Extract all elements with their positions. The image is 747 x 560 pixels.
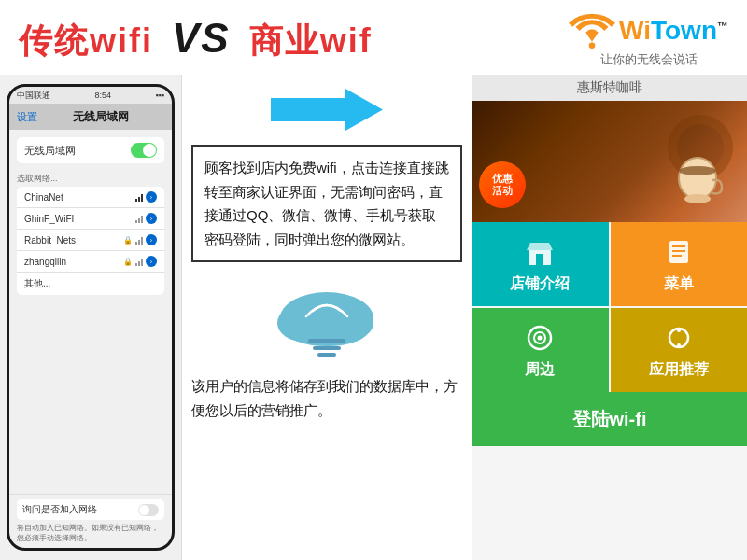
logo-subtitle: 让你的无线会说话 — [600, 51, 698, 68]
lock-icon: 🔒 — [123, 258, 133, 266]
svg-rect-15 — [536, 254, 543, 265]
cloud-section: 该用户的信息将储存到我们的数据库中，方便您以后的营销推广。 — [191, 281, 462, 422]
signal-icon — [135, 257, 143, 266]
network-right: › — [135, 191, 157, 203]
ask-join-toggle[interactable] — [138, 504, 159, 516]
apps-icon — [662, 321, 696, 355]
phone-bottom-bar: 询问是否加入网络 将自动加入已知网络。如果没有已知网络，您必须手动选择网络。 — [9, 494, 172, 548]
svg-point-25 — [677, 343, 681, 347]
network-section-label: 选取网络... — [17, 169, 164, 187]
svg-point-0 — [589, 42, 596, 49]
arrow-icon: › — [146, 191, 157, 203]
menu-icon — [662, 235, 696, 269]
grid-cell-shop[interactable]: 店铺介绍 — [472, 222, 609, 306]
login-wifi-button[interactable]: 登陆wi-fi — [472, 392, 747, 446]
svg-point-13 — [679, 166, 716, 175]
svg-rect-7 — [313, 346, 341, 350]
svg-point-11 — [679, 158, 716, 199]
store-header: 惠斯特咖啡 — [472, 75, 747, 101]
arrow-icon: › — [146, 234, 157, 245]
footer-text: 将自动加入已知网络。如果没有已知网络，您必须手动选择网络。 — [17, 524, 164, 543]
network-name: ChinaNet — [24, 192, 63, 203]
logo-area: WiTown™ 让你的无线会说话 — [569, 12, 728, 68]
grid-label-menu: 菜单 — [664, 274, 694, 294]
cloud-icon — [266, 281, 388, 365]
network-right: 🔒 › — [123, 234, 157, 245]
signal-icon — [135, 192, 143, 202]
store-grid: 店铺介绍 菜单 — [472, 222, 747, 392]
svg-rect-19 — [672, 255, 682, 257]
cloud-text-content: 该用户的信息将储存到我们的数据库中，方便您以后的营销推广。 — [191, 374, 462, 422]
ask-join-label: 询问是否加入网络 — [22, 503, 97, 516]
phone-section: 中国联通 8:54 ▪▪▪ 设置 无线局域网 无线局域网 选取网络... Chi… — [0, 75, 182, 560]
svg-rect-17 — [672, 245, 685, 247]
network-item[interactable]: GhinF_WiFI › — [17, 208, 164, 230]
phone-nav-bar: 设置 无线局域网 — [9, 104, 172, 130]
witown-wifi-icon — [569, 12, 615, 49]
main-text-box: 顾客找到店内免费wifi，点击连接直接跳转至商家认证界面，无需询问密码，直接通过… — [191, 145, 462, 262]
wifi-toggle-row: 无线局域网 — [17, 137, 164, 163]
shop-icon — [523, 235, 557, 269]
svg-rect-8 — [317, 353, 336, 357]
network-item[interactable]: zhangqilin 🔒 › — [17, 251, 164, 273]
arrow-icon: › — [146, 213, 157, 224]
network-name: GhinF_WiFI — [24, 214, 74, 224]
network-name: 其他... — [24, 277, 50, 290]
network-item-other[interactable]: 其他... — [17, 273, 164, 295]
ask-join-row: 询问是否加入网络 — [17, 499, 164, 520]
grid-cell-menu[interactable]: 菜单 — [611, 222, 748, 306]
store-name: 惠斯特咖啡 — [577, 79, 642, 94]
grid-cell-nearby[interactable]: 周边 — [472, 308, 609, 392]
nearby-icon — [523, 321, 557, 355]
wifi-toggle[interactable] — [131, 143, 157, 158]
logo-text: WiTown™ — [619, 16, 728, 46]
battery-icon: ▪▪▪ — [155, 91, 164, 100]
svg-point-22 — [538, 335, 543, 340]
signal-icon — [135, 235, 143, 245]
grid-label-shop: 店铺介绍 — [510, 274, 570, 294]
arrow-icon: › — [146, 256, 157, 267]
time-text: 8:54 — [94, 91, 111, 100]
grid-label-nearby: 周边 — [525, 360, 555, 380]
wifi-label: 无线局域网 — [24, 144, 76, 158]
coffee-cup-icon — [668, 152, 733, 217]
svg-point-12 — [684, 194, 711, 203]
network-right: 🔒 › — [123, 256, 157, 267]
login-label: 登陆wi-fi — [572, 407, 647, 432]
nav-back[interactable]: 设置 — [17, 110, 37, 124]
network-right: › — [135, 213, 157, 224]
network-name: Rabbit_Nets — [24, 235, 76, 245]
lock-icon: 🔒 — [123, 236, 133, 245]
right-section: 惠斯特咖啡 优惠 活动 — [472, 75, 747, 560]
grid-label-apps: 应用推荐 — [649, 360, 709, 380]
phone-status-bar: 中国联通 8:54 ▪▪▪ — [9, 87, 172, 104]
signal-icon — [135, 214, 143, 223]
carrier-text: 中国联通 — [17, 90, 50, 102]
grid-cell-apps[interactable]: 应用推荐 — [611, 308, 748, 392]
promo-badge: 优惠 活动 — [479, 161, 526, 208]
svg-point-24 — [677, 329, 681, 332]
phone-mockup: 中国联通 8:54 ▪▪▪ 设置 无线局域网 无线局域网 选取网络... Chi… — [7, 84, 175, 551]
arrow-banner — [191, 84, 462, 135]
svg-marker-1 — [271, 89, 383, 131]
svg-rect-18 — [672, 250, 685, 252]
header: 传统wifi VS 商业wif WiTown™ 让你的无线会说话 — [0, 0, 747, 75]
title-vs: VS — [172, 15, 231, 61]
right-arrow-icon — [271, 84, 383, 135]
page-title: 传统wifi VS 商业wif — [19, 15, 373, 64]
network-name: zhangqilin — [24, 257, 66, 267]
main-content: 中国联通 8:54 ▪▪▪ 设置 无线局域网 无线局域网 选取网络... Chi… — [0, 75, 747, 560]
nav-title: 无线局域网 — [73, 109, 129, 125]
title-part1: 传统wifi — [19, 21, 153, 60]
main-text-content: 顾客找到店内免费wifi，点击连接直接跳转至商家认证界面，无需询问密码，直接通过… — [204, 160, 449, 247]
middle-section: 顾客找到店内免费wifi，点击连接直接跳转至商家认证界面，无需询问密码，直接通过… — [182, 75, 472, 560]
network-item[interactable]: ChinaNet › — [17, 187, 164, 208]
phone-body: 无线局域网 选取网络... ChinaNet › GhinF_WiFI — [9, 130, 172, 494]
network-item[interactable]: Rabbit_Nets 🔒 › — [17, 230, 164, 251]
network-list: ChinaNet › GhinF_WiFI › — [17, 187, 164, 295]
title-part2: 商业wif — [249, 21, 373, 60]
logo-witown: WiTown™ — [569, 12, 728, 49]
store-image: 优惠 活动 — [472, 101, 747, 222]
svg-rect-6 — [308, 339, 345, 343]
